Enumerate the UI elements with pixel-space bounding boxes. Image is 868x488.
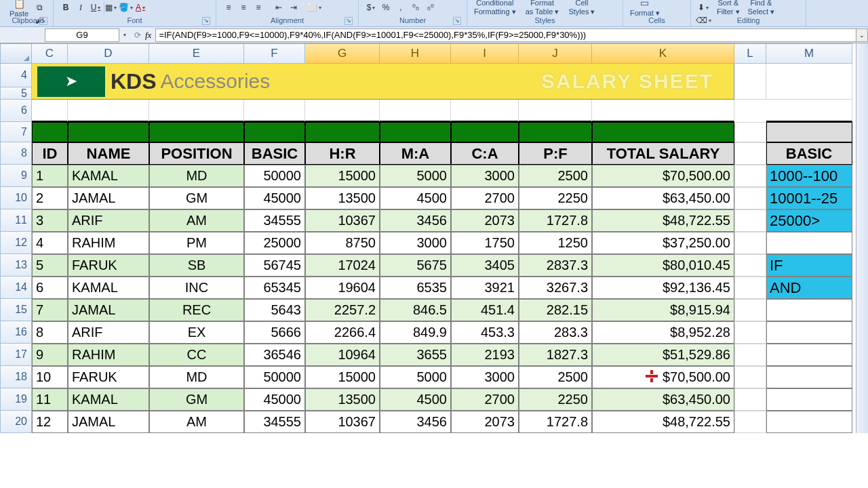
cell-basic[interactable]: 5666 — [244, 321, 305, 344]
cell-ca[interactable]: 3921 — [451, 277, 519, 299]
bold-button[interactable]: B — [59, 1, 73, 14]
cell-id[interactable]: 12 — [32, 411, 68, 433]
cell[interactable] — [734, 254, 766, 277]
row-header[interactable]: 7 — [0, 122, 32, 142]
cell-total[interactable]: $70,500.00 — [592, 366, 734, 388]
cell[interactable] — [734, 366, 766, 388]
vertical-scrollbar[interactable] — [856, 43, 868, 433]
side-cell[interactable] — [766, 321, 852, 344]
dialog-launcher-icon[interactable]: ↘ — [453, 17, 461, 25]
cell-hr[interactable]: 10367 — [305, 411, 380, 433]
cell-ca[interactable]: 3000 — [451, 366, 519, 388]
cell-basic[interactable]: 45000 — [244, 187, 305, 209]
row-header[interactable]: 9 — [0, 165, 32, 187]
cell-ma[interactable]: 849.9 — [380, 321, 451, 344]
cell[interactable] — [766, 100, 852, 122]
header-cell[interactable]: C:A — [451, 142, 519, 165]
row-header[interactable]: 8 — [0, 142, 32, 165]
cell-position[interactable]: GM — [149, 388, 244, 411]
cell-name[interactable]: RAHIM — [68, 232, 149, 254]
header-cell[interactable]: TOTAL SALARY — [592, 142, 734, 165]
side-cell[interactable]: IF — [766, 254, 852, 277]
cell[interactable] — [734, 388, 766, 411]
cell-ca[interactable]: 2073 — [451, 209, 519, 232]
cell-ma[interactable]: 5000 — [380, 366, 451, 388]
header-cell[interactable]: NAME — [68, 142, 149, 165]
cell-position[interactable]: AM — [149, 209, 244, 232]
name-box[interactable] — [45, 28, 119, 42]
cell-ma[interactable]: 5000 — [380, 165, 451, 187]
cell-total[interactable]: $48,722.55 — [592, 209, 734, 232]
cell-ma[interactable]: 6535 — [380, 277, 451, 299]
header-cell[interactable]: POSITION — [149, 142, 244, 165]
row-header[interactable]: 18 — [0, 366, 32, 388]
cell-ma[interactable]: 4500 — [380, 187, 451, 209]
cell-position[interactable]: MD — [149, 366, 244, 388]
cell[interactable] — [519, 100, 592, 122]
cell-name[interactable]: KAMAL — [68, 388, 149, 411]
col-header[interactable]: E — [149, 43, 244, 64]
cell-hr[interactable]: 15000 — [305, 366, 380, 388]
cell-hr[interactable]: 17024 — [305, 254, 380, 277]
merge-center-button[interactable]: ⬜▾ — [307, 1, 321, 14]
cell-pf[interactable]: 2500 — [519, 366, 592, 388]
increase-decimal-button[interactable]: ⁰₀ — [409, 1, 422, 14]
cell-pf[interactable]: 1827.3 — [519, 344, 592, 366]
cell-total[interactable]: $80,010.45 — [592, 254, 734, 277]
cell-id[interactable]: 2 — [32, 187, 68, 209]
cell-pf[interactable]: 2500 — [519, 165, 592, 187]
cell-pf[interactable]: 283.3 — [519, 321, 592, 344]
font-color-button[interactable]: A▾ — [134, 1, 147, 14]
select-all-button[interactable] — [0, 43, 32, 64]
cell-name[interactable]: RAHIM — [68, 344, 149, 366]
side-cell[interactable] — [766, 388, 852, 411]
cell-pf[interactable]: 2250 — [519, 187, 592, 209]
side-cell[interactable]: 25000> — [766, 209, 852, 232]
cell[interactable] — [149, 100, 244, 122]
cell-basic[interactable]: 50000 — [244, 366, 305, 388]
cell-basic[interactable]: 34555 — [244, 411, 305, 433]
cell-name[interactable]: FARUK — [68, 254, 149, 277]
cell-hr[interactable]: 13500 — [305, 187, 380, 209]
cell[interactable] — [734, 122, 766, 142]
cell-name[interactable]: KAMAL — [68, 165, 149, 187]
cell-basic[interactable]: 50000 — [244, 165, 305, 187]
cell[interactable] — [305, 100, 380, 122]
decrease-indent-button[interactable]: ⇤ — [272, 1, 285, 14]
cell-total[interactable]: $8,915.94 — [592, 299, 734, 321]
cell-pf[interactable]: 2250 — [519, 388, 592, 411]
cell-ca[interactable]: 451.4 — [451, 299, 519, 321]
cell[interactable] — [734, 165, 766, 187]
cell[interactable] — [592, 122, 734, 142]
cell-id[interactable]: 8 — [32, 321, 68, 344]
cell-ca[interactable]: 2700 — [451, 187, 519, 209]
side-basic-label[interactable]: BASIC — [766, 142, 852, 165]
cell-id[interactable]: 10 — [32, 366, 68, 388]
fill-icon[interactable]: ⬇▾ — [696, 1, 710, 14]
cell-id[interactable]: 3 — [32, 209, 68, 232]
row-header[interactable]: 10 — [0, 187, 32, 209]
cell-ca[interactable]: 453.3 — [451, 321, 519, 344]
cell[interactable] — [149, 122, 244, 142]
cell-position[interactable]: REC — [149, 299, 244, 321]
cell-id[interactable]: 1 — [32, 165, 68, 187]
cell-ca[interactable]: 2073 — [451, 411, 519, 433]
cell[interactable] — [244, 122, 305, 142]
cell-ma[interactable]: 3456 — [380, 209, 451, 232]
formula-input[interactable] — [155, 28, 856, 42]
cell-position[interactable]: MD — [149, 165, 244, 187]
cell[interactable] — [734, 344, 766, 366]
cell[interactable] — [734, 299, 766, 321]
cell-position[interactable]: EX — [149, 321, 244, 344]
cell[interactable] — [734, 209, 766, 232]
cell-ma[interactable]: 3655 — [380, 344, 451, 366]
cell-name[interactable]: JAMAL — [68, 411, 149, 433]
row-header[interactable]: 6 — [0, 100, 32, 122]
align-center-button[interactable]: ≡ — [237, 1, 250, 14]
cell-position[interactable]: INC — [149, 277, 244, 299]
cell-basic[interactable]: 65345 — [244, 277, 305, 299]
comma-button[interactable]: , — [394, 1, 408, 14]
cell[interactable] — [380, 100, 451, 122]
cell-basic[interactable]: 34555 — [244, 209, 305, 232]
header-cell[interactable]: ID — [32, 142, 68, 165]
